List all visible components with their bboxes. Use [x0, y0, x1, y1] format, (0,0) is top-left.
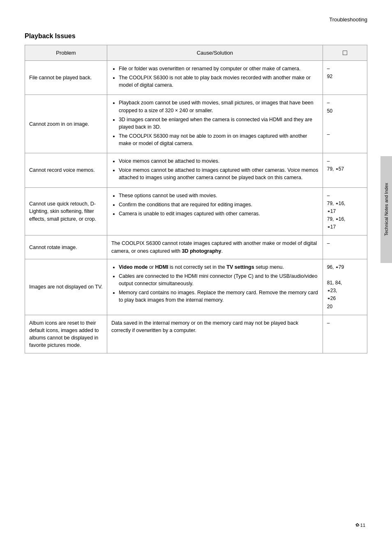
list-item: Voice memos cannot be attached to images… — [119, 166, 318, 181]
table-row: File cannot be played back. File or fold… — [25, 61, 367, 95]
ref-cell: – — [323, 235, 367, 259]
ref-cell: – — [323, 315, 367, 353]
section-title: Playback Issues — [25, 32, 367, 40]
list-item: Cables are connected to the HDMI mini co… — [119, 272, 318, 287]
table-row: Images are not displayed on TV. Video mo… — [25, 259, 367, 315]
page-num-text: ·11 — [359, 523, 365, 528]
cause-cell: File or folder was overwritten or rename… — [107, 61, 323, 95]
cause-cell: Data saved in the internal memory or on … — [107, 315, 323, 353]
bold-text: 3D photography — [182, 248, 221, 254]
page-number: ✿·11 — [355, 522, 365, 528]
problem-cell: Album icons are reset to their default i… — [25, 315, 107, 353]
cause-cell: The COOLPIX S6300 cannot rotate images c… — [107, 235, 323, 259]
cause-cell: Voice memos cannot be attached to movies… — [107, 153, 323, 187]
table-row: Cannot rotate image. The COOLPIX S6300 c… — [25, 235, 367, 259]
cause-cell: Video mode or HDMI is not correctly set … — [107, 259, 323, 315]
list-item: Camera is unable to edit images captured… — [119, 210, 318, 217]
table-row: Cannot use quick retouch, D-Lighting, sk… — [25, 187, 367, 235]
header-title: Troubleshooting — [329, 16, 367, 23]
list-item: File or folder was overwritten or rename… — [119, 65, 318, 72]
list-item: 3D images cannot be enlarged when the ca… — [119, 116, 318, 131]
list-item: Voice memos cannot be attached to movies… — [119, 157, 318, 165]
side-tab: Technical Notes and Index — [380, 156, 392, 263]
cause-cell: These options cannot be used with movies… — [107, 187, 323, 235]
problem-cell: File cannot be played back. — [25, 61, 107, 95]
list-item: Confirm the conditions that are required… — [119, 201, 318, 208]
list-item: The COOLPIX S6300 may not be able to zoo… — [119, 132, 318, 147]
list-item: These options cannot be used with movies… — [119, 192, 318, 199]
problem-cell: Cannot record voice memos. — [25, 153, 107, 187]
ref-cell: 96, ⚭79 81, 84, ⚭23, ⚭26 20 — [323, 259, 367, 315]
table-row: Cannot zoom in on image. Playback zoom c… — [25, 95, 367, 153]
table-header-row: Problem Cause/Solution □ — [25, 45, 367, 61]
list-item: Playback zoom cannot be used with movies… — [119, 99, 318, 114]
side-tab-label: Technical Notes and Index — [384, 183, 389, 236]
table-row: Cannot record voice memos. Voice memos c… — [25, 153, 367, 187]
ref-cell: – 79, ⚭16, ⚭17 79, ⚭16, ⚭17 — [323, 187, 367, 235]
col-header-ref: □ — [323, 45, 367, 61]
problem-cell: Cannot use quick retouch, D-Lighting, sk… — [25, 187, 107, 235]
problem-cell: Images are not displayed on TV. — [25, 259, 107, 315]
flower-icon: ✿ — [355, 522, 359, 527]
col-header-problem: Problem — [25, 45, 107, 61]
problem-cell: Cannot rotate image. — [25, 235, 107, 259]
ref-cell: – 79, ⚭57 — [323, 153, 367, 187]
problem-cell: Cannot zoom in on image. — [25, 95, 107, 153]
cause-cell: Playback zoom cannot be used with movies… — [107, 95, 323, 153]
ref-cell: – 50 – — [323, 95, 367, 153]
ref-cell: – 92 — [323, 61, 367, 95]
page-header: Troubleshooting — [25, 16, 367, 23]
col-header-cause: Cause/Solution — [107, 45, 323, 61]
table-row: Album icons are reset to their default i… — [25, 315, 367, 353]
troubleshooting-table: Problem Cause/Solution □ File cannot be … — [25, 45, 367, 353]
list-item: The COOLPIX S6300 is not able to play ba… — [119, 74, 318, 89]
list-item: Memory card contains no images. Replace … — [119, 289, 318, 304]
list-item: Video mode or HDMI is not correctly set … — [119, 263, 318, 271]
